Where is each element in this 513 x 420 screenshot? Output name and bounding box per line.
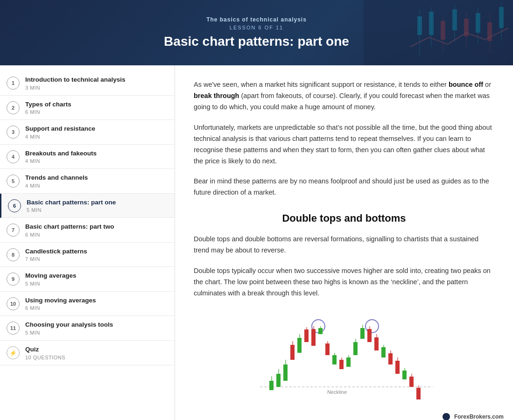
quiz-icon: ⚡ xyxy=(7,346,20,359)
lesson-info-5: Trends and channels 4 MIN xyxy=(25,174,168,189)
svg-rect-60 xyxy=(402,371,407,379)
svg-rect-44 xyxy=(346,357,351,367)
lesson-meta-5: 4 MIN xyxy=(25,183,168,189)
lesson-meta-1: 3 MIN xyxy=(25,85,168,91)
main-layout: 1 Introduction to technical analysis 3 M… xyxy=(0,65,513,420)
candles-left xyxy=(269,326,330,390)
svg-rect-40 xyxy=(332,355,337,364)
lesson-info-2: Types of charts 6 MIN xyxy=(25,100,168,115)
para-2: Unfortunately, markets are unpredictable… xyxy=(194,122,494,167)
lesson-number-11: 11 xyxy=(7,322,20,335)
quiz-meta: 10 QUESTIONS xyxy=(25,355,168,360)
lesson-name-10: Using moving averages xyxy=(25,296,168,305)
svg-rect-38 xyxy=(325,343,330,355)
lesson-name-9: Moving averages xyxy=(25,272,168,280)
svg-rect-4 xyxy=(429,12,434,35)
lesson-name-3: Support and resistance xyxy=(25,125,168,133)
sidebar-item-4[interactable]: 4 Breakouts and fakeouts 4 MIN xyxy=(0,145,175,169)
page-header: The basics of technical analysis LESSON … xyxy=(0,0,513,65)
lesson-number-7: 7 xyxy=(7,224,20,237)
svg-rect-28 xyxy=(290,345,295,360)
svg-rect-54 xyxy=(381,347,386,357)
para-4: Double tops and double bottoms are rever… xyxy=(194,234,494,256)
svg-text:Neckline: Neckline xyxy=(327,389,347,395)
lesson-meta-10: 6 MIN xyxy=(25,305,168,311)
svg-rect-34 xyxy=(311,329,316,346)
lesson-meta-8: 7 MIN xyxy=(25,256,168,262)
lesson-name-8: Candlestick patterns xyxy=(25,247,168,256)
lesson-list: 1 Introduction to technical analysis 3 M… xyxy=(0,71,175,341)
lesson-info-7: Basic chart patterns: part two 6 MIN xyxy=(25,223,168,238)
lesson-name-7: Basic chart patterns: part two xyxy=(25,223,168,231)
sidebar-item-1[interactable]: 1 Introduction to technical analysis 3 M… xyxy=(0,71,175,96)
section-heading: Double tops and bottoms xyxy=(194,212,494,224)
sidebar-item-2[interactable]: 2 Types of charts 6 MIN xyxy=(0,96,175,120)
chart-svg: Neckline xyxy=(246,308,442,406)
svg-rect-12 xyxy=(476,13,480,33)
svg-rect-50 xyxy=(367,329,372,342)
quiz-label: Quiz xyxy=(25,345,168,354)
svg-rect-26 xyxy=(283,364,288,381)
sidebar-item-11[interactable]: 11 Choosing your analysis tools 5 MIN xyxy=(0,316,175,341)
forex-logo: ForexBrokers.com xyxy=(443,413,504,420)
lesson-number-4: 4 xyxy=(7,150,20,163)
lesson-info-11: Choosing your analysis tools 5 MIN xyxy=(25,321,168,336)
sidebar-item-quiz[interactable]: ⚡ Quiz 10 QUESTIONS xyxy=(0,341,175,365)
sidebar: 1 Introduction to technical analysis 3 M… xyxy=(0,65,175,420)
lesson-info-6: Basic chart patterns: part one 5 MIN xyxy=(27,198,168,213)
lesson-number-2: 2 xyxy=(7,101,20,114)
lesson-info-4: Breakouts and fakeouts 4 MIN xyxy=(25,149,168,164)
lesson-meta-11: 5 MIN xyxy=(25,330,168,336)
svg-rect-64 xyxy=(416,388,421,399)
lesson-info-10: Using moving averages 6 MIN xyxy=(25,296,168,311)
lesson-meta-7: 6 MIN xyxy=(25,232,168,238)
header-bg-decoration xyxy=(364,0,513,65)
sidebar-item-6[interactable]: 6 Basic chart patterns: part one 5 MIN xyxy=(0,194,175,218)
svg-rect-56 xyxy=(388,353,393,364)
lesson-meta-4: 4 MIN xyxy=(25,158,168,164)
sidebar-item-5[interactable]: 5 Trends and channels 4 MIN xyxy=(0,169,175,194)
lesson-meta-3: 4 MIN xyxy=(25,134,168,140)
svg-rect-8 xyxy=(452,9,457,30)
svg-rect-46 xyxy=(353,342,358,355)
lesson-name-11: Choosing your analysis tools xyxy=(25,321,168,329)
svg-rect-30 xyxy=(297,338,302,353)
sidebar-item-7[interactable]: 7 Basic chart patterns: part two 6 MIN xyxy=(0,218,175,243)
svg-rect-48 xyxy=(360,328,365,339)
para-3: Bear in mind these patterns are by no me… xyxy=(194,176,494,198)
main-content: As we've seen, when a market hits signif… xyxy=(175,65,513,420)
svg-rect-36 xyxy=(318,328,323,334)
lesson-name-4: Breakouts and fakeouts xyxy=(25,149,168,158)
svg-rect-32 xyxy=(304,329,309,342)
lesson-number-1: 1 xyxy=(7,77,20,90)
sidebar-item-10[interactable]: 10 Using moving averages 6 MIN xyxy=(0,292,175,316)
lesson-meta-6: 5 MIN xyxy=(27,207,168,213)
lesson-number-3: 3 xyxy=(7,126,20,139)
candles-middle xyxy=(332,353,351,369)
forex-icon xyxy=(443,413,450,420)
lesson-name-2: Types of charts xyxy=(25,100,168,109)
lesson-number-8: 8 xyxy=(7,248,20,261)
para-5: Double tops typically occur when two suc… xyxy=(194,266,494,299)
lesson-meta-2: 6 MIN xyxy=(25,109,168,115)
forex-logo-text: ForexBrokers.com xyxy=(454,413,504,420)
lesson-info-1: Introduction to technical analysis 3 MIN xyxy=(25,76,168,91)
page-title: Basic chart patterns: part one xyxy=(164,34,349,49)
lesson-number-10: 10 xyxy=(7,297,20,310)
candles-right xyxy=(353,325,421,399)
svg-rect-22 xyxy=(269,381,274,390)
svg-rect-24 xyxy=(276,374,281,387)
svg-rect-2 xyxy=(417,16,422,35)
svg-rect-16 xyxy=(499,7,504,28)
course-title: The basics of technical analysis xyxy=(206,16,307,23)
lesson-name-6: Basic chart patterns: part one xyxy=(27,198,168,207)
svg-rect-42 xyxy=(339,360,344,369)
sidebar-item-8[interactable]: 8 Candlestick patterns 7 MIN xyxy=(0,243,175,267)
sidebar-item-3[interactable]: 3 Support and resistance 4 MIN xyxy=(0,120,175,145)
double-top-chart: Neckline xyxy=(194,308,494,406)
sidebar-item-9[interactable]: 9 Moving averages 5 MIN xyxy=(0,267,175,292)
lesson-name-1: Introduction to technical analysis xyxy=(25,76,168,84)
lesson-number-6: 6 xyxy=(8,199,21,212)
lesson-info-3: Support and resistance 4 MIN xyxy=(25,125,168,140)
svg-rect-58 xyxy=(395,361,400,374)
